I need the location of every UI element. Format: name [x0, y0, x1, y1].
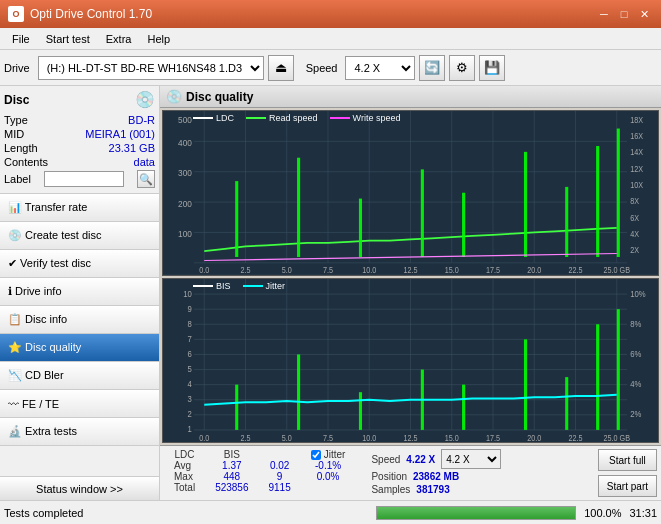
speed-select[interactable]: 4.2 X	[345, 56, 415, 80]
avg-jitter: -0.1%	[301, 460, 356, 471]
speed-dropdown[interactable]: 4.2 X 2.0 X 8.0 X	[441, 449, 501, 469]
config-button[interactable]: ⚙	[449, 55, 475, 81]
stats-avg-row: Avg 1.37 0.02 -0.1%	[164, 460, 355, 471]
sidebar-item-extra-tests[interactable]: 🔬 Extra tests	[0, 418, 159, 446]
read-legend-dot	[246, 117, 266, 119]
svg-text:400: 400	[178, 138, 192, 149]
sidebar-item-fe-te[interactable]: 〰 FE / TE	[0, 390, 159, 418]
position-row: Position 23862 MB	[371, 471, 501, 482]
sidebar-item-cd-bler[interactable]: 📉 CD Bler	[0, 362, 159, 390]
svg-text:200: 200	[178, 198, 192, 209]
avg-ldc: 1.37	[205, 460, 258, 471]
jitter-legend-label: Jitter	[266, 281, 286, 291]
svg-text:22.5: 22.5	[568, 433, 583, 442]
menu-help[interactable]: Help	[139, 31, 178, 47]
minimize-button[interactable]: ─	[595, 6, 613, 22]
disc-mid-row: MID MEIRA1 (001)	[4, 127, 155, 141]
titlebar: O Opti Drive Control 1.70 ─ □ ✕	[0, 0, 661, 28]
sidebar-item-drive-info[interactable]: ℹ Drive info	[0, 278, 159, 306]
position-label: Position	[371, 471, 407, 482]
disc-label-button[interactable]: 🔍	[137, 170, 155, 188]
write-legend-dot	[330, 117, 350, 119]
sidebar-spacer	[0, 446, 159, 476]
sidebar-item-verify-test-disc[interactable]: ✔ Verify test disc	[0, 250, 159, 278]
svg-text:5.0: 5.0	[282, 433, 293, 442]
sidebar-item-disc-quality[interactable]: ⭐ Disc quality	[0, 334, 159, 362]
speed-label: Speed	[306, 62, 338, 74]
jitter-checkbox[interactable]	[311, 450, 321, 460]
disc-label-input[interactable]	[44, 171, 124, 187]
save-button[interactable]: 💾	[479, 55, 505, 81]
svg-rect-101	[359, 392, 362, 430]
col-header-empty	[259, 449, 301, 460]
sidebar-item-disc-info[interactable]: 📋 Disc info	[0, 306, 159, 334]
svg-text:6X: 6X	[630, 213, 639, 223]
stats-total-row: Total 523856 9115	[164, 482, 355, 493]
sidebar-item-transfer-rate[interactable]: 📊 Transfer rate	[0, 194, 159, 222]
svg-text:10.0: 10.0	[362, 433, 377, 442]
progress-bar-fill	[377, 507, 575, 519]
ldc-chart-svg: 500 400 300 200 100 18X 16X 14X 12X 10X …	[163, 111, 658, 275]
progress-bar	[376, 506, 576, 520]
status-window-button[interactable]: Status window >>	[0, 476, 159, 500]
svg-text:6: 6	[188, 348, 192, 359]
legend-bis: BIS	[193, 281, 231, 291]
svg-text:12X: 12X	[630, 164, 643, 174]
start-full-button[interactable]: Start full	[598, 449, 657, 471]
toolbar: Drive (H:) HL-DT-ST BD-RE WH16NS48 1.D3 …	[0, 50, 661, 86]
progress-percent: 100.0%	[584, 507, 621, 519]
svg-text:7: 7	[188, 333, 192, 344]
refresh-button[interactable]: 🔄	[419, 55, 445, 81]
svg-text:25.0 GB: 25.0 GB	[604, 266, 630, 275]
start-part-button[interactable]: Start part	[598, 475, 657, 497]
drive-select[interactable]: (H:) HL-DT-ST BD-RE WH16NS48 1.D3	[38, 56, 264, 80]
disc-section: Disc 💿 Type BD-R MID MEIRA1 (001) Length…	[0, 86, 159, 194]
content-title: Disc quality	[186, 90, 253, 104]
svg-text:18X: 18X	[630, 115, 643, 125]
menu-file[interactable]: File	[4, 31, 38, 47]
svg-text:12.5: 12.5	[403, 433, 418, 442]
svg-rect-43	[297, 158, 300, 257]
maximize-button[interactable]: □	[615, 6, 633, 22]
position-area: Speed 4.22 X 4.2 X 2.0 X 8.0 X Position …	[371, 449, 501, 497]
close-button[interactable]: ✕	[635, 6, 653, 22]
svg-rect-103	[462, 384, 465, 429]
svg-text:10.0: 10.0	[362, 266, 376, 275]
menu-starttest[interactable]: Start test	[38, 31, 98, 47]
svg-text:5: 5	[188, 363, 192, 374]
time-display: 31:31	[629, 507, 657, 519]
svg-rect-105	[565, 377, 568, 430]
svg-text:4: 4	[188, 378, 192, 389]
svg-text:10%: 10%	[630, 287, 646, 298]
sidebar-item-create-test-disc[interactable]: 💿 Create test disc	[0, 222, 159, 250]
max-jitter: 0.0%	[301, 471, 356, 482]
eject-button[interactable]: ⏏	[268, 55, 294, 81]
svg-rect-99	[235, 384, 238, 429]
max-bis: 9	[259, 471, 301, 482]
disc-length-key: Length	[4, 142, 38, 154]
disc-title: Disc	[4, 93, 29, 107]
svg-text:2.5: 2.5	[240, 266, 250, 275]
samples-row: Samples 381793	[371, 484, 501, 495]
chart2-legend: BIS Jitter	[193, 281, 285, 291]
svg-text:22.5: 22.5	[568, 266, 582, 275]
svg-text:4%: 4%	[630, 378, 641, 389]
samples-val: 381793	[416, 484, 449, 495]
svg-text:3: 3	[188, 393, 192, 404]
svg-rect-44	[359, 199, 362, 257]
ldc-legend-label: LDC	[216, 113, 234, 123]
menu-extra[interactable]: Extra	[98, 31, 140, 47]
svg-text:20.0: 20.0	[527, 433, 542, 442]
legend-ldc: LDC	[193, 113, 234, 123]
disc-icon: 💿	[135, 90, 155, 109]
bis-legend-dot	[193, 285, 213, 287]
col-header-jitter: Jitter	[301, 449, 356, 460]
total-bis: 9115	[259, 482, 301, 493]
action-buttons-area: Start full Start part	[598, 449, 657, 497]
svg-rect-104	[524, 339, 527, 430]
svg-text:10: 10	[183, 287, 192, 298]
svg-text:16X: 16X	[630, 132, 643, 142]
svg-text:15.0: 15.0	[445, 266, 459, 275]
samples-label: Samples	[371, 484, 410, 495]
svg-rect-107	[617, 309, 620, 430]
